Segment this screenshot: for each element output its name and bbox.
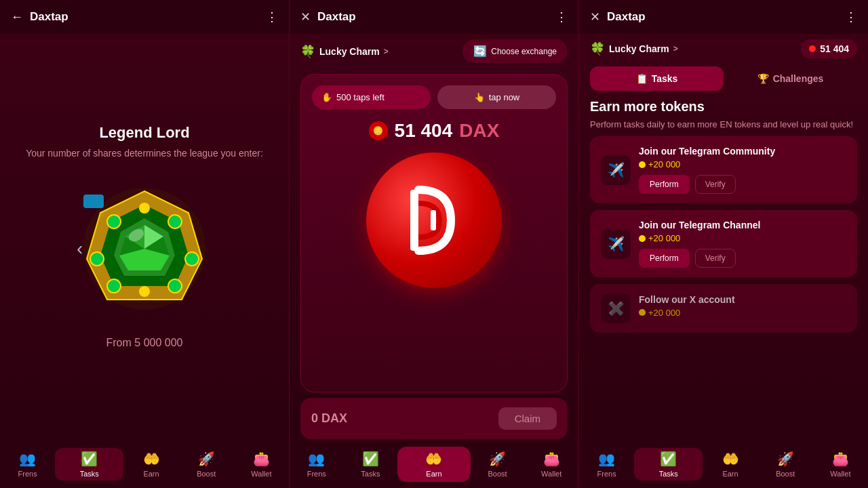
task-reward-2: +20 000 — [639, 308, 846, 318]
perform-button-0[interactable]: Perform — [639, 175, 690, 194]
claim-amount: 0 DAX — [311, 411, 347, 426]
dax-currency: DAX — [459, 120, 499, 142]
back-button[interactable]: ← — [11, 10, 23, 24]
nav-boost-1[interactable]: 🚀 Boost — [179, 451, 234, 478]
menu-dots-1[interactable]: ⋮ — [266, 9, 278, 24]
nav-earn-1[interactable]: 🤲 Earn — [123, 451, 178, 478]
wallet-label-2: Wallet — [541, 470, 561, 478]
earn-more-desc: Perform tasks daily to earn more EN toke… — [590, 119, 857, 131]
lucky-charm-label-3: Lucky Charm — [609, 43, 669, 54]
tasks-icon-2: ✅ — [362, 451, 379, 467]
legend-title: Legend Lord — [99, 124, 189, 142]
bottom-nav-1: 👥 Frens ✅ Tasks 🤲 Earn 🚀 Boost 👛 Wallet — [0, 439, 289, 488]
task-info-1: Join our Telegram Channel +20 000 Perfor… — [639, 220, 846, 268]
lucky-charm-btn-2[interactable]: 🍀 Lucky Charm > — [300, 44, 389, 59]
tasks-label-2: Tasks — [361, 470, 380, 478]
tasks-icon-1: ✅ — [81, 451, 98, 467]
wallet-icon-3: 👛 — [832, 451, 849, 467]
nav-tasks-3[interactable]: ✅ Tasks — [634, 448, 703, 481]
gold-dot-0 — [639, 161, 646, 168]
task-buttons-0: Perform Verify — [639, 175, 846, 194]
svg-point-13 — [107, 279, 121, 293]
close-button-3[interactable]: ✕ — [590, 9, 600, 24]
task-name-0: Join our Telegram Community — [639, 146, 846, 157]
panel-1: ← Daxtap ⋮ Legend Lord Your number of sh… — [0, 0, 290, 488]
svg-point-16 — [139, 286, 150, 297]
wallet-icon-1: 👛 — [253, 451, 270, 467]
tasks-icon-3: ✅ — [660, 451, 677, 467]
tap-buttons-row: ✋ 500 taps left 👆 tap now — [312, 85, 556, 109]
lucky-gem-icon-3: 🍀 — [590, 41, 605, 56]
x-icon-2: ✖️ — [601, 293, 631, 323]
balance-badge: 51 404 — [801, 39, 857, 58]
menu-dots-3[interactable]: ⋮ — [845, 9, 857, 24]
nav-frens-1[interactable]: 👥 Frens — [0, 451, 55, 478]
p2-header: 🍀 Lucky Charm > 🔄 Choose exchange — [290, 34, 578, 68]
frens-label-2: Frens — [307, 470, 326, 478]
lucky-charm-btn-3[interactable]: 🍀 Lucky Charm > — [590, 41, 678, 56]
boost-icon-3: 🚀 — [777, 451, 794, 467]
frens-label-1: Frens — [18, 470, 37, 478]
nav-tasks-1[interactable]: ✅ Tasks — [55, 448, 123, 481]
earn-label-3: Earn — [722, 470, 738, 478]
earn-icon-1: 🤲 — [143, 451, 160, 467]
nav-wallet-1[interactable]: 👛 Wallet — [234, 451, 289, 478]
telegram-icon-0: ✈️ — [601, 155, 631, 185]
nav-wallet-2[interactable]: 👛 Wallet — [524, 451, 578, 478]
tasks-tab-icon: 📋 — [636, 73, 648, 84]
nav-boost-3[interactable]: 🚀 Boost — [758, 451, 813, 478]
gem-container: ‹ — [70, 174, 219, 323]
nav-earn-2[interactable]: 🤲 Earn — [397, 447, 471, 482]
nav-tasks-2[interactable]: ✅ Tasks — [344, 451, 398, 478]
tasks-tab-label: Tasks — [652, 73, 678, 84]
boost-icon-2: 🚀 — [489, 451, 506, 467]
frens-icon-3: 👥 — [598, 451, 615, 467]
verify-button-0[interactable]: Verify — [695, 175, 736, 194]
bottom-nav-3: 👥 Frens ✅ Tasks 🤲 Earn 🚀 Boost 👛 Wallet — [579, 439, 868, 488]
lucky-charm-chevron-3: > — [673, 44, 678, 54]
tap-now-label: tap now — [489, 92, 520, 102]
exchange-icon: 🔄 — [473, 45, 487, 58]
task-name-1: Join our Telegram Channel — [639, 220, 846, 230]
perform-button-1[interactable]: Perform — [639, 249, 690, 268]
claim-button[interactable]: Claim — [498, 407, 557, 430]
coin-inner — [380, 166, 488, 274]
app-title-1: Daxtap — [30, 10, 68, 24]
nav-earn-3[interactable]: 🤲 Earn — [703, 451, 757, 478]
challenges-tab-icon: 🏆 — [757, 73, 769, 84]
nav-boost-2[interactable]: 🚀 Boost — [471, 451, 525, 478]
wallet-label-3: Wallet — [830, 470, 850, 478]
taps-left-button[interactable]: ✋ 500 taps left — [312, 85, 431, 109]
tap-now-button[interactable]: 👆 tap now — [437, 85, 556, 109]
dax-logo-svg — [393, 180, 475, 261]
tap-coin-button[interactable] — [366, 152, 502, 288]
tasks-tab[interactable]: 📋 Tasks — [590, 66, 724, 91]
task-info-2: Follow our X account +20 000 — [639, 294, 846, 323]
challenges-tab[interactable]: 🏆 Challenges — [724, 66, 857, 91]
dax-number: 51 404 — [395, 120, 453, 142]
p3-header: 🍀 Lucky Charm > 51 404 — [579, 34, 868, 64]
prev-button[interactable]: ‹ — [77, 238, 83, 260]
task-info-0: Join our Telegram Community +20 000 Perf… — [639, 146, 846, 194]
frens-icon-1: 👥 — [19, 451, 36, 467]
balance-amount: 51 404 — [820, 43, 849, 54]
task-card-2: ✖️ Follow our X account +20 000 — [590, 284, 857, 333]
tap-icon: 👆 — [474, 92, 485, 102]
topbar-left-3: ✕ Daxtap — [590, 9, 646, 24]
close-button-2[interactable]: ✕ — [300, 9, 311, 24]
bottom-nav-2: 👥 Frens ✅ Tasks 🤲 Earn 🚀 Boost 👛 Wallet — [290, 439, 578, 488]
wallet-label-1: Wallet — [251, 470, 271, 478]
frens-icon-2: 👥 — [308, 451, 325, 467]
verify-button-1[interactable]: Verify — [695, 249, 736, 268]
choose-exchange-button[interactable]: 🔄 Choose exchange — [462, 39, 568, 63]
nav-frens-3[interactable]: 👥 Frens — [579, 451, 634, 478]
earn-label-1: Earn — [143, 470, 159, 478]
gold-dot-2 — [639, 309, 646, 316]
blue-accent — [83, 195, 104, 208]
svg-point-9 — [107, 215, 121, 228]
svg-rect-19 — [431, 210, 436, 230]
menu-dots-2[interactable]: ⋮ — [555, 9, 568, 24]
tabs-row: 📋 Tasks 🏆 Challenges — [590, 66, 857, 91]
nav-frens-2[interactable]: 👥 Frens — [290, 451, 344, 478]
nav-wallet-3[interactable]: 👛 Wallet — [813, 451, 868, 478]
